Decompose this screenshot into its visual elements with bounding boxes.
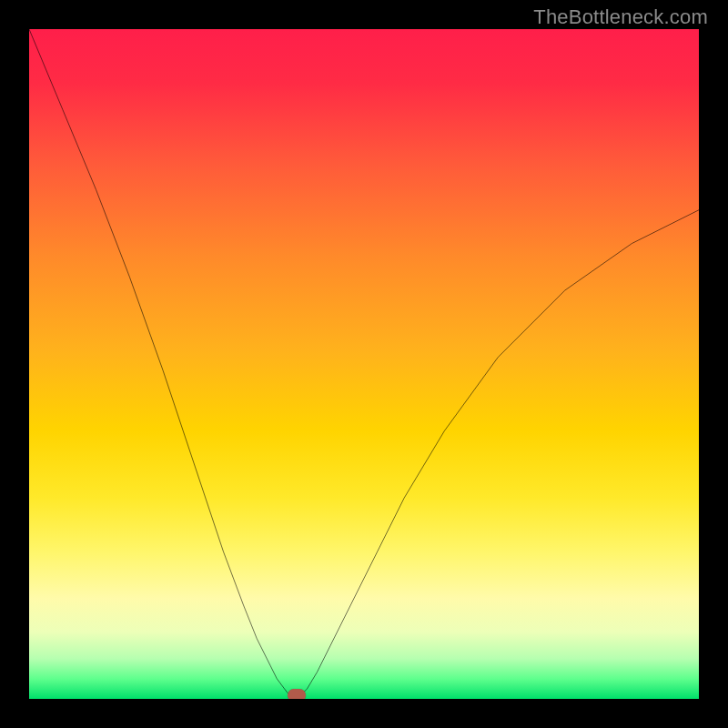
plot-area xyxy=(29,29,699,699)
bottleneck-curve xyxy=(29,29,699,699)
optimal-point-marker xyxy=(288,689,306,699)
outer-black-frame: TheBottleneck.com xyxy=(0,0,728,728)
watermark-text: TheBottleneck.com xyxy=(533,5,708,29)
